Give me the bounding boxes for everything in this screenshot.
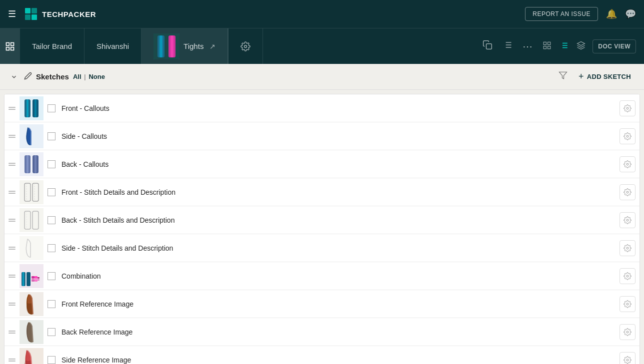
sketch-checkbox[interactable] <box>48 328 56 336</box>
svg-rect-43 <box>26 155 28 173</box>
external-link-icon[interactable]: ↗ <box>210 42 216 50</box>
sketch-thumbnail <box>20 292 44 316</box>
drag-handle[interactable] <box>8 107 16 110</box>
report-issue-button[interactable]: REPORT AN ISSUE <box>525 7 598 21</box>
sketch-row: Back - Stitch Details and Description <box>4 206 640 234</box>
collapse-button[interactable] <box>8 71 20 83</box>
tights-thumb-svg <box>154 33 180 59</box>
sketch-row: Front - Callouts <box>4 94 640 122</box>
sketch-thumbnail <box>20 348 44 364</box>
svg-point-57 <box>626 219 628 221</box>
drag-handle[interactable] <box>8 191 16 194</box>
svg-rect-21 <box>544 42 546 44</box>
gear-icon <box>624 160 632 168</box>
sketch-checkbox[interactable] <box>48 160 56 168</box>
sketch-name: Front Reference Image <box>62 300 620 308</box>
svg-rect-35 <box>26 99 28 117</box>
copy-svg <box>482 40 492 50</box>
svg-rect-68 <box>38 277 40 279</box>
thumb-svg <box>20 348 44 364</box>
drag-handle[interactable] <box>8 247 16 250</box>
gear-icon <box>624 188 632 196</box>
grid-view-button[interactable] <box>540 39 554 54</box>
layers-icon <box>576 41 586 50</box>
gear-icon <box>624 356 632 364</box>
sketch-settings-button[interactable] <box>620 352 636 364</box>
sketch-name: Back - Stitch Details and Description <box>62 216 620 224</box>
svg-rect-2 <box>25 14 30 20</box>
hamburger-icon[interactable]: ☰ <box>8 8 16 19</box>
svg-point-72 <box>626 303 628 305</box>
svg-rect-67 <box>34 279 38 282</box>
sketch-settings-button[interactable] <box>620 100 636 116</box>
sketch-settings-button[interactable] <box>620 212 636 228</box>
sketch-thumbnail <box>20 320 44 344</box>
sketch-settings-button[interactable] <box>620 296 636 312</box>
sketches-filter-icon[interactable] <box>558 71 568 82</box>
select-none-button[interactable]: None <box>88 73 105 80</box>
topnav-right: REPORT AN ISSUE 🔔 💬 <box>525 7 636 21</box>
sketch-name: Side - Stitch Details and Description <box>62 244 620 252</box>
sketch-checkbox[interactable] <box>48 272 56 280</box>
filter-icon[interactable] <box>500 37 516 55</box>
more-icon[interactable]: ⋯ <box>520 37 536 55</box>
doc-view-button[interactable]: DOC VIEW <box>592 39 636 53</box>
sketch-checkbox[interactable] <box>48 104 56 112</box>
view-toggle <box>540 39 588 54</box>
svg-rect-41 <box>20 152 44 176</box>
svg-rect-22 <box>548 42 550 44</box>
sketch-settings-button[interactable] <box>620 184 636 200</box>
svg-rect-8 <box>154 33 180 59</box>
sketch-checkbox[interactable] <box>48 216 56 224</box>
tab-shivanshi[interactable]: Shivanshi <box>84 28 142 64</box>
svg-rect-4 <box>6 42 10 45</box>
svg-point-76 <box>626 359 628 361</box>
svg-marker-32 <box>559 72 566 79</box>
svg-rect-37 <box>34 99 36 117</box>
sketch-name: Combination <box>62 272 620 280</box>
tights-thumbnail <box>154 33 180 59</box>
copy-icon[interactable] <box>480 37 496 55</box>
sketch-settings-button[interactable] <box>620 324 636 340</box>
sketch-checkbox[interactable] <box>48 300 56 308</box>
sketch-settings-button[interactable] <box>620 268 636 284</box>
sketches-right-actions: + ADD SKETCH <box>558 68 636 85</box>
sidebar-toggle-button[interactable] <box>0 28 20 64</box>
sketch-checkbox[interactable] <box>48 188 56 196</box>
drag-handle[interactable] <box>8 219 16 222</box>
notification-icon[interactable]: 🔔 <box>606 8 617 19</box>
list-view-button[interactable] <box>556 39 572 54</box>
tab-tailor-brand[interactable]: Tailor Brand <box>20 28 84 64</box>
filter-svg-2 <box>558 71 568 80</box>
thumb-svg <box>20 292 44 316</box>
drag-handle[interactable] <box>8 135 16 138</box>
drag-handle[interactable] <box>8 359 16 362</box>
drag-handle[interactable] <box>8 163 16 166</box>
sketch-row: Side - Stitch Details and Description <box>4 234 640 262</box>
svg-rect-63 <box>26 272 30 286</box>
subnav-tabs: Tailor Brand Shivanshi Tights ↗ <box>20 28 263 64</box>
gear-icon <box>624 132 632 140</box>
sketch-thumbnail <box>20 96 44 120</box>
sketch-settings-button[interactable] <box>620 156 636 172</box>
message-icon[interactable]: 💬 <box>625 8 636 19</box>
drag-handle[interactable] <box>8 303 16 306</box>
drag-handle[interactable] <box>8 275 16 278</box>
select-all-button[interactable]: All <box>73 73 82 80</box>
sketch-checkbox[interactable] <box>48 244 56 252</box>
gear-icon <box>624 300 632 308</box>
sketch-checkbox[interactable] <box>48 356 56 364</box>
sketch-settings-button[interactable] <box>620 240 636 256</box>
sketch-settings-button[interactable] <box>620 128 636 144</box>
layers-view-button[interactable] <box>574 39 588 54</box>
sketch-name: Back - Callouts <box>62 160 620 168</box>
sketch-row: Combination <box>4 262 640 290</box>
sketch-thumbnail <box>20 236 44 260</box>
sketch-checkbox[interactable] <box>48 132 56 140</box>
add-sketch-button[interactable]: + ADD SKETCH <box>574 68 636 85</box>
sketch-thumbnail <box>20 180 44 204</box>
drag-handle[interactable] <box>8 331 16 334</box>
tab-tights[interactable]: Tights ↗ <box>142 28 228 64</box>
thumb-svg <box>20 264 44 288</box>
tab-settings[interactable] <box>228 28 263 64</box>
